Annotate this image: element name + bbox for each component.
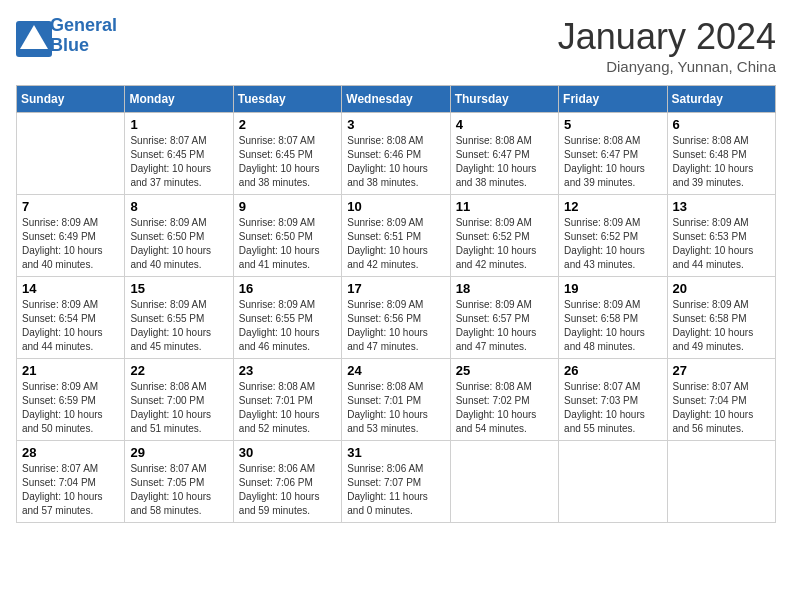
day-info: Sunrise: 8:09 AM Sunset: 6:49 PM Dayligh… [22, 216, 119, 272]
day-info: Sunrise: 8:07 AM Sunset: 7:04 PM Dayligh… [22, 462, 119, 518]
day-info: Sunrise: 8:09 AM Sunset: 6:58 PM Dayligh… [673, 298, 770, 354]
calendar-cell: 30Sunrise: 8:06 AM Sunset: 7:06 PM Dayli… [233, 441, 341, 523]
calendar-cell: 23Sunrise: 8:08 AM Sunset: 7:01 PM Dayli… [233, 359, 341, 441]
weekday-header: Saturday [667, 86, 775, 113]
day-info: Sunrise: 8:06 AM Sunset: 7:07 PM Dayligh… [347, 462, 444, 518]
day-info: Sunrise: 8:09 AM Sunset: 6:56 PM Dayligh… [347, 298, 444, 354]
calendar-cell: 8Sunrise: 8:09 AM Sunset: 6:50 PM Daylig… [125, 195, 233, 277]
calendar-week-row: 14Sunrise: 8:09 AM Sunset: 6:54 PM Dayli… [17, 277, 776, 359]
calendar-cell: 25Sunrise: 8:08 AM Sunset: 7:02 PM Dayli… [450, 359, 558, 441]
day-info: Sunrise: 8:09 AM Sunset: 6:52 PM Dayligh… [456, 216, 553, 272]
day-number: 9 [239, 199, 336, 214]
day-number: 1 [130, 117, 227, 132]
day-number: 19 [564, 281, 661, 296]
day-number: 3 [347, 117, 444, 132]
day-number: 29 [130, 445, 227, 460]
calendar-cell: 18Sunrise: 8:09 AM Sunset: 6:57 PM Dayli… [450, 277, 558, 359]
calendar-cell: 6Sunrise: 8:08 AM Sunset: 6:48 PM Daylig… [667, 113, 775, 195]
day-number: 31 [347, 445, 444, 460]
day-info: Sunrise: 8:08 AM Sunset: 7:02 PM Dayligh… [456, 380, 553, 436]
day-number: 6 [673, 117, 770, 132]
calendar-cell: 12Sunrise: 8:09 AM Sunset: 6:52 PM Dayli… [559, 195, 667, 277]
calendar-cell [667, 441, 775, 523]
calendar-cell [450, 441, 558, 523]
day-number: 17 [347, 281, 444, 296]
weekday-header: Monday [125, 86, 233, 113]
calendar-cell: 27Sunrise: 8:07 AM Sunset: 7:04 PM Dayli… [667, 359, 775, 441]
day-number: 8 [130, 199, 227, 214]
calendar-cell: 15Sunrise: 8:09 AM Sunset: 6:55 PM Dayli… [125, 277, 233, 359]
day-number: 2 [239, 117, 336, 132]
day-info: Sunrise: 8:09 AM Sunset: 6:50 PM Dayligh… [130, 216, 227, 272]
day-number: 23 [239, 363, 336, 378]
calendar-table: SundayMondayTuesdayWednesdayThursdayFrid… [16, 85, 776, 523]
day-number: 27 [673, 363, 770, 378]
calendar-cell: 2Sunrise: 8:07 AM Sunset: 6:45 PM Daylig… [233, 113, 341, 195]
day-number: 28 [22, 445, 119, 460]
calendar-cell [17, 113, 125, 195]
calendar-cell: 24Sunrise: 8:08 AM Sunset: 7:01 PM Dayli… [342, 359, 450, 441]
weekday-header: Thursday [450, 86, 558, 113]
calendar-cell: 28Sunrise: 8:07 AM Sunset: 7:04 PM Dayli… [17, 441, 125, 523]
calendar-cell: 16Sunrise: 8:09 AM Sunset: 6:55 PM Dayli… [233, 277, 341, 359]
day-number: 12 [564, 199, 661, 214]
day-info: Sunrise: 8:08 AM Sunset: 7:01 PM Dayligh… [239, 380, 336, 436]
calendar-cell: 21Sunrise: 8:09 AM Sunset: 6:59 PM Dayli… [17, 359, 125, 441]
day-number: 24 [347, 363, 444, 378]
day-number: 10 [347, 199, 444, 214]
calendar-cell: 10Sunrise: 8:09 AM Sunset: 6:51 PM Dayli… [342, 195, 450, 277]
day-number: 16 [239, 281, 336, 296]
day-number: 26 [564, 363, 661, 378]
logo-line2: Blue [50, 35, 89, 55]
calendar-week-row: 21Sunrise: 8:09 AM Sunset: 6:59 PM Dayli… [17, 359, 776, 441]
day-info: Sunrise: 8:09 AM Sunset: 6:58 PM Dayligh… [564, 298, 661, 354]
calendar-cell: 4Sunrise: 8:08 AM Sunset: 6:47 PM Daylig… [450, 113, 558, 195]
logo-line1: General [50, 15, 117, 35]
calendar-cell: 13Sunrise: 8:09 AM Sunset: 6:53 PM Dayli… [667, 195, 775, 277]
day-info: Sunrise: 8:08 AM Sunset: 6:47 PM Dayligh… [564, 134, 661, 190]
day-info: Sunrise: 8:09 AM Sunset: 6:53 PM Dayligh… [673, 216, 770, 272]
weekday-header: Wednesday [342, 86, 450, 113]
logo-icon [16, 21, 46, 51]
calendar-cell: 14Sunrise: 8:09 AM Sunset: 6:54 PM Dayli… [17, 277, 125, 359]
day-info: Sunrise: 8:08 AM Sunset: 6:48 PM Dayligh… [673, 134, 770, 190]
location: Dianyang, Yunnan, China [558, 58, 776, 75]
calendar-week-row: 28Sunrise: 8:07 AM Sunset: 7:04 PM Dayli… [17, 441, 776, 523]
day-number: 30 [239, 445, 336, 460]
day-info: Sunrise: 8:08 AM Sunset: 7:01 PM Dayligh… [347, 380, 444, 436]
day-number: 13 [673, 199, 770, 214]
day-info: Sunrise: 8:09 AM Sunset: 6:55 PM Dayligh… [239, 298, 336, 354]
day-info: Sunrise: 8:09 AM Sunset: 6:59 PM Dayligh… [22, 380, 119, 436]
day-info: Sunrise: 8:09 AM Sunset: 6:51 PM Dayligh… [347, 216, 444, 272]
day-info: Sunrise: 8:07 AM Sunset: 6:45 PM Dayligh… [239, 134, 336, 190]
calendar-cell: 5Sunrise: 8:08 AM Sunset: 6:47 PM Daylig… [559, 113, 667, 195]
day-number: 25 [456, 363, 553, 378]
calendar-week-row: 1Sunrise: 8:07 AM Sunset: 6:45 PM Daylig… [17, 113, 776, 195]
day-info: Sunrise: 8:09 AM Sunset: 6:57 PM Dayligh… [456, 298, 553, 354]
day-info: Sunrise: 8:09 AM Sunset: 6:52 PM Dayligh… [564, 216, 661, 272]
calendar-cell: 20Sunrise: 8:09 AM Sunset: 6:58 PM Dayli… [667, 277, 775, 359]
calendar-cell: 9Sunrise: 8:09 AM Sunset: 6:50 PM Daylig… [233, 195, 341, 277]
calendar-cell: 31Sunrise: 8:06 AM Sunset: 7:07 PM Dayli… [342, 441, 450, 523]
calendar-cell: 17Sunrise: 8:09 AM Sunset: 6:56 PM Dayli… [342, 277, 450, 359]
day-number: 7 [22, 199, 119, 214]
day-number: 14 [22, 281, 119, 296]
calendar-week-row: 7Sunrise: 8:09 AM Sunset: 6:49 PM Daylig… [17, 195, 776, 277]
day-number: 5 [564, 117, 661, 132]
logo: General Blue [16, 16, 117, 56]
day-info: Sunrise: 8:08 AM Sunset: 6:47 PM Dayligh… [456, 134, 553, 190]
calendar-cell: 26Sunrise: 8:07 AM Sunset: 7:03 PM Dayli… [559, 359, 667, 441]
day-number: 21 [22, 363, 119, 378]
day-info: Sunrise: 8:09 AM Sunset: 6:55 PM Dayligh… [130, 298, 227, 354]
weekday-header: Sunday [17, 86, 125, 113]
calendar-cell: 19Sunrise: 8:09 AM Sunset: 6:58 PM Dayli… [559, 277, 667, 359]
weekday-header-row: SundayMondayTuesdayWednesdayThursdayFrid… [17, 86, 776, 113]
day-info: Sunrise: 8:09 AM Sunset: 6:54 PM Dayligh… [22, 298, 119, 354]
day-number: 11 [456, 199, 553, 214]
calendar-cell: 7Sunrise: 8:09 AM Sunset: 6:49 PM Daylig… [17, 195, 125, 277]
calendar-cell: 29Sunrise: 8:07 AM Sunset: 7:05 PM Dayli… [125, 441, 233, 523]
title-block: January 2024 Dianyang, Yunnan, China [558, 16, 776, 75]
day-number: 22 [130, 363, 227, 378]
calendar-cell [559, 441, 667, 523]
calendar-cell: 11Sunrise: 8:09 AM Sunset: 6:52 PM Dayli… [450, 195, 558, 277]
